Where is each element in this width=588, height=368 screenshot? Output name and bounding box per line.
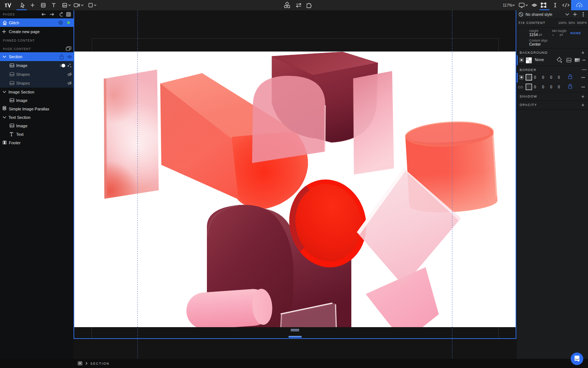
svg-text:0: 0 xyxy=(558,85,560,89)
svg-text:z: z xyxy=(68,64,69,67)
svg-text:0: 0 xyxy=(534,85,536,89)
svg-text:0: 0 xyxy=(550,75,552,79)
svg-text:z: z xyxy=(70,66,71,68)
svg-text:117%: 117% xyxy=(503,3,512,7)
svg-text:CO: CO xyxy=(518,85,523,89)
svg-text:0: 0 xyxy=(558,75,560,79)
svg-text:0: 0 xyxy=(542,75,544,79)
svg-text:z: z xyxy=(69,63,71,65)
svg-text:0: 0 xyxy=(534,75,536,79)
svg-text:0: 0 xyxy=(550,85,552,89)
svg-text:0: 0 xyxy=(542,85,544,89)
